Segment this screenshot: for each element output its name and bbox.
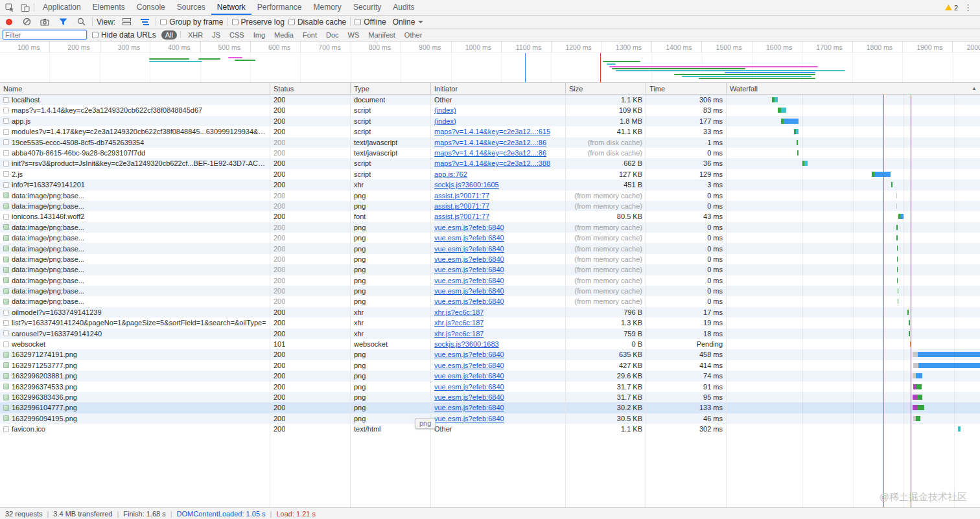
initiator-link[interactable]: vue.esm.js?efeb:6840 — [434, 402, 504, 413]
network-request-row[interactable]: list?v=1633749141240&pageNo=1&pageSize=5… — [0, 317, 980, 328]
filter-pill-doc[interactable]: Doc — [322, 30, 343, 40]
column-header-type[interactable]: Type — [351, 83, 431, 94]
network-request-row[interactable]: websocket101websocketsockjs.js?3600:1683… — [0, 339, 980, 349]
tab-network[interactable]: Network — [211, 0, 251, 15]
filter-pill-js[interactable]: JS — [208, 30, 224, 40]
network-request-row[interactable]: data:image/png;base...200pngassist.js?00… — [0, 201, 980, 211]
initiator-link[interactable]: vue.esm.js?efeb:6840 — [434, 233, 504, 243]
initiator-link[interactable]: vue.esm.js?efeb:6840 — [434, 222, 504, 233]
column-header-initiator[interactable]: Initiator — [431, 83, 566, 94]
tab-memory[interactable]: Memory — [308, 0, 347, 15]
offline-checkbox[interactable]: Offline — [355, 17, 386, 27]
initiator-link[interactable]: maps?v=1.4.14&key=c2e3a12...:388 — [434, 158, 550, 168]
network-request-row[interactable]: ionicons.143146f.woff2200fontassist.js?0… — [0, 211, 980, 222]
tab-performance[interactable]: Performance — [251, 0, 308, 15]
inspect-element-icon[interactable] — [3, 1, 17, 14]
network-request-row[interactable]: 1632971253777.png200pngvue.esm.js?efeb:6… — [0, 360, 980, 371]
disable-cache-checkbox[interactable]: Disable cache — [288, 17, 346, 27]
network-request-row[interactable]: modules?v=1.4.17&key=c2e3a1249320cb622cf… — [0, 126, 980, 137]
network-request-row[interactable]: 19ce5535-eccc-4508-8cf5-db7452639354200t… — [0, 137, 980, 148]
initiator-link[interactable]: vue.esm.js?efeb:6840 — [434, 371, 504, 381]
filter-input[interactable] — [3, 30, 87, 40]
initiator-link[interactable]: vue.esm.js?efeb:6840 — [434, 360, 504, 371]
preserve-log-checkbox[interactable]: Preserve log — [232, 17, 285, 27]
column-header-name[interactable]: Name — [0, 83, 270, 94]
filter-pill-other[interactable]: Other — [401, 30, 426, 40]
tab-application[interactable]: Application — [37, 0, 87, 15]
network-request-row[interactable]: data:image/png;base...200pngvue.esm.js?e… — [0, 286, 980, 296]
clear-button[interactable] — [19, 16, 34, 29]
initiator-link[interactable]: (index) — [434, 116, 456, 126]
network-request-row[interactable]: 1632996104777.png200pngvue.esm.js?efeb:6… — [0, 402, 980, 413]
network-request-row[interactable]: data:image/png;base...200pngvue.esm.js?e… — [0, 233, 980, 243]
capture-screenshots-icon[interactable] — [38, 16, 52, 29]
initiator-link[interactable]: app.js:762 — [434, 169, 467, 179]
filter-pill-manifest[interactable]: Manifest — [364, 30, 399, 40]
network-request-row[interactable]: data:image/png;base...200pngvue.esm.js?e… — [0, 222, 980, 233]
show-overview-icon[interactable] — [137, 16, 152, 29]
group-by-frame-checkbox[interactable]: Group by frame — [160, 17, 223, 27]
initiator-link[interactable]: assist.js?0071:77 — [434, 201, 489, 211]
initiator-link[interactable]: assist.js?0071:77 — [434, 190, 489, 201]
network-request-row[interactable]: app.js200script(index)1.8 MB177 ms — [0, 116, 980, 126]
network-request-row[interactable]: oilmodel?v=1633749141239200xhrxhr.js?ec6… — [0, 307, 980, 317]
network-request-row[interactable]: favicon.ico200text/htmlOther1.1 KB302 ms — [0, 424, 980, 434]
device-toolbar-icon[interactable] — [18, 1, 32, 14]
initiator-link[interactable]: maps?v=1.4.14&key=c2e3a12...:615 — [434, 126, 550, 137]
initiator-link[interactable]: vue.esm.js?efeb:6840 — [434, 296, 504, 306]
network-request-row[interactable]: data:image/png;base...200pngvue.esm.js?e… — [0, 254, 980, 264]
network-request-row[interactable]: data:image/png;base...200pngvue.esm.js?e… — [0, 296, 980, 306]
network-request-row[interactable]: 1632971274191.png200pngvue.esm.js?efeb:6… — [0, 349, 980, 360]
initiator-link[interactable]: sockjs.js?3600:1683 — [434, 339, 499, 349]
hide-data-urls-checkbox[interactable]: Hide data URLs — [92, 30, 156, 40]
initiator-link[interactable]: xhr.js?ec6c:187 — [434, 307, 484, 317]
tab-audits[interactable]: Audits — [387, 0, 420, 15]
initiator-link[interactable]: xhr.js?ec6c:187 — [434, 317, 484, 328]
search-icon[interactable] — [74, 16, 88, 29]
network-request-row[interactable]: 2.js200scriptapp.js:762127 KB129 ms — [0, 169, 980, 179]
tab-console[interactable]: Console — [131, 0, 171, 15]
filter-pill-xhr[interactable]: XHR — [184, 30, 207, 40]
initiator-link[interactable]: vue.esm.js?efeb:6840 — [434, 413, 504, 424]
use-large-rows-icon[interactable] — [119, 16, 134, 29]
network-request-row[interactable]: info?t=1633749141201200xhrsockjs.js?3600… — [0, 179, 980, 190]
tab-sources[interactable]: Sources — [171, 0, 211, 15]
column-header-time[interactable]: Time — [646, 83, 727, 94]
filter-pill-media[interactable]: Media — [270, 30, 298, 40]
initiator-link[interactable]: vue.esm.js?efeb:6840 — [434, 254, 504, 264]
initiator-link[interactable]: vue.esm.js?efeb:6840 — [434, 264, 504, 275]
network-request-row[interactable]: abba407b-8615-46bc-9a28-8c293107f7dd200t… — [0, 148, 980, 158]
network-request-row[interactable]: 1632996203881.png200pngvue.esm.js?efeb:6… — [0, 371, 980, 381]
filter-pill-font[interactable]: Font — [299, 30, 321, 40]
record-button[interactable] — [6, 19, 12, 25]
network-request-row[interactable]: carousel?v=1633749141240200xhrxhr.js?ec6… — [0, 329, 980, 339]
initiator-link[interactable]: (index) — [434, 105, 456, 115]
initiator-link[interactable]: vue.esm.js?efeb:6840 — [434, 275, 504, 286]
console-warnings-badge[interactable]: 2 — [945, 4, 958, 12]
network-request-row[interactable]: localhost200documentOther1.1 KB306 ms — [0, 95, 980, 105]
filter-pill-ws[interactable]: WS — [344, 30, 364, 40]
filter-pill-css[interactable]: CSS — [226, 30, 248, 40]
column-header-status[interactable]: Status — [270, 83, 351, 94]
tab-elements[interactable]: Elements — [87, 0, 131, 15]
filter-pill-img[interactable]: Img — [250, 30, 269, 40]
timeline-overview[interactable] — [0, 53, 980, 83]
initiator-link[interactable]: vue.esm.js?efeb:6840 — [434, 286, 504, 296]
throttling-select[interactable]: Online — [390, 17, 426, 27]
initiator-link[interactable]: vue.esm.js?efeb:6840 — [434, 382, 504, 392]
network-request-row[interactable]: init?s=rsv3&product=JsInit&key=c2e3a1249… — [0, 158, 980, 168]
initiator-link[interactable]: assist.js?0071:77 — [434, 211, 489, 222]
network-request-row[interactable]: maps?v=1.4.14&key=c2e3a1249320cb622cf38f… — [0, 105, 980, 115]
more-menu-icon[interactable]: ⋮ — [964, 3, 972, 12]
initiator-link[interactable]: maps?v=1.4.14&key=c2e3a12...:86 — [434, 148, 546, 158]
initiator-link[interactable]: vue.esm.js?efeb:6840 — [434, 392, 504, 402]
network-request-row[interactable]: 1632996094195.png200pngvue.esm.js?efeb:6… — [0, 413, 980, 424]
initiator-link[interactable]: sockjs.js?3600:1605 — [434, 179, 499, 190]
network-request-row[interactable]: data:image/png;base...200pngassist.js?00… — [0, 190, 980, 201]
initiator-link[interactable]: xhr.js?ec6c:187 — [434, 329, 484, 339]
column-header-waterfall[interactable]: Waterfall▲ — [727, 83, 980, 94]
filter-funnel-icon[interactable] — [56, 16, 70, 29]
network-request-row[interactable]: 1632996374533.png200pngvue.esm.js?efeb:6… — [0, 382, 980, 392]
initiator-link[interactable]: vue.esm.js?efeb:6840 — [434, 244, 504, 254]
network-request-row[interactable]: data:image/png;base...200pngvue.esm.js?e… — [0, 243, 980, 253]
